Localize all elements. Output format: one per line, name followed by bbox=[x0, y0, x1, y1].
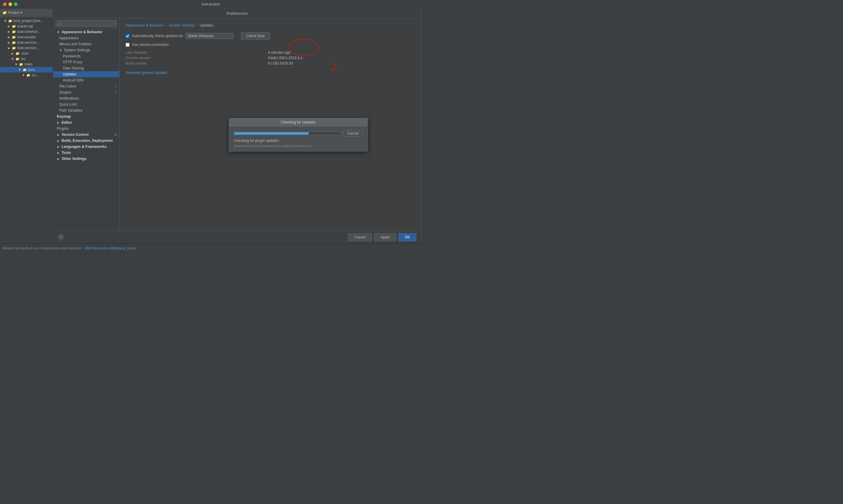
nav-item-passwords[interactable]: Passwords bbox=[53, 53, 119, 59]
close-button[interactable] bbox=[3, 2, 7, 6]
nav-label: Appearance & Behavior bbox=[62, 30, 102, 34]
tree-item-tcwl-service2[interactable]: ► 📁 tcwl-service-... bbox=[0, 45, 53, 51]
nav-item-plugins[interactable]: Plugins bbox=[53, 126, 119, 131]
build-number-value: IU-183.5429.30 bbox=[268, 61, 415, 66]
nav-label: Path Variables bbox=[59, 108, 83, 112]
breadcrumb-sep1: › bbox=[166, 23, 167, 28]
maximize-button[interactable] bbox=[14, 2, 18, 6]
nav-label: Quick Lists bbox=[59, 102, 77, 107]
nav-item-notifications[interactable]: Notifications bbox=[53, 95, 119, 102]
nav-item-scopes[interactable]: Scopes ⚙ bbox=[53, 89, 119, 95]
project-label: Project ▾ bbox=[8, 11, 22, 15]
nav-item-version-control[interactable]: ► Version Control ⚙ bbox=[53, 131, 119, 138]
nav-label: Other Settings bbox=[62, 157, 87, 161]
nav-label: Build, Execution, Deployment bbox=[62, 139, 112, 143]
progress-cancel-button[interactable]: Cancel bbox=[343, 130, 362, 137]
secure-connection-checkbox[interactable] bbox=[126, 43, 129, 47]
nav-item-editor[interactable]: ► Editor bbox=[53, 120, 119, 126]
apply-button[interactable]: Apply bbox=[374, 233, 396, 241]
nav-item-path-variables[interactable]: Path Variables bbox=[53, 107, 119, 113]
nav-label: Editor bbox=[62, 121, 72, 125]
nav-item-system-settings[interactable]: ▼ System Settings bbox=[53, 47, 119, 53]
current-version-label: Current version bbox=[126, 56, 263, 60]
nav-item-android-sdk[interactable]: Android SDK bbox=[53, 77, 119, 83]
tree-item-tcwl-eureka[interactable]: ► 📁 tcwl-eureka bbox=[0, 34, 53, 40]
expand-arrow: ► bbox=[57, 133, 60, 137]
breadcrumb-part1[interactable]: Appearance & Behavior bbox=[126, 23, 164, 28]
window-title: tcwl-project bbox=[202, 2, 220, 6]
progress-dialog-body: Cancel Checking for plugin updates Downl… bbox=[229, 126, 367, 151]
nav-item-build[interactable]: ► Build, Execution, Deployment bbox=[53, 138, 119, 144]
tree-item-java[interactable]: ▼ 📁 java bbox=[0, 67, 53, 72]
nav-label: Data Sharing bbox=[63, 66, 84, 70]
minimize-button[interactable] bbox=[8, 2, 12, 6]
nav-item-updates[interactable]: Updates bbox=[53, 71, 119, 77]
progress-status-label: Checking for plugin updates bbox=[234, 139, 363, 143]
preferences-dialog: Preferences ▼ Appearance & Behavior Appe… bbox=[53, 8, 421, 244]
search-box bbox=[53, 18, 119, 29]
nav-item-languages[interactable]: ► Languages & Frameworks bbox=[53, 144, 119, 150]
nav-item-http-proxy[interactable]: HTTP Proxy bbox=[53, 59, 119, 65]
tree-item-mvn[interactable]: ► 📁 .mvn bbox=[0, 51, 53, 56]
expand-arrow: ► bbox=[57, 121, 60, 124]
nav-item-file-colors[interactable]: File Colors ⚙ bbox=[53, 83, 119, 89]
secure-connection-label: Use secure connection bbox=[132, 42, 169, 47]
update-channel-dropdown[interactable]: Stable Releases Early Access Program Bet… bbox=[186, 33, 234, 39]
nav-label: HTTP Proxy bbox=[63, 60, 83, 64]
tree-item-tcwl-service1[interactable]: ► 📁 tcwl-service-... bbox=[0, 40, 53, 45]
dialog-content: Appearance & Behavior › System Settings … bbox=[120, 18, 421, 231]
nav-label: Updates bbox=[63, 72, 76, 76]
tree-item-tcwl-project[interactable]: ▼ 📁 tcwl_project [tcw... bbox=[0, 18, 53, 23]
nav-label: Version Control bbox=[62, 132, 88, 137]
tree-item-src[interactable]: ▼ 📁 src bbox=[0, 56, 53, 61]
nav-label: Appearance bbox=[59, 36, 79, 40]
nav-item-keymap[interactable]: Keymap bbox=[53, 113, 119, 120]
breadcrumb-current: Updates bbox=[199, 23, 213, 28]
title-bar: tcwl-project bbox=[0, 0, 421, 8]
nav-item-data-sharing[interactable]: Data Sharing bbox=[53, 65, 119, 71]
gear-icon: ⚙ bbox=[114, 85, 117, 88]
auto-check-label: Automatically check updates for bbox=[132, 34, 183, 38]
project-tree: ▼ 📁 tcwl_project [tcw... ► 📁 oracle-sql … bbox=[0, 17, 53, 244]
auto-check-checkbox[interactable] bbox=[126, 34, 129, 38]
gear-icon: ⚙ bbox=[114, 133, 117, 137]
nav-label: Menus and Toolbars bbox=[59, 42, 92, 46]
dialog-footer: ? Cancel Apply OK bbox=[53, 231, 421, 244]
status-link[interactable]: http://blog.csdn.net/lijinping_zhang bbox=[85, 246, 136, 250]
tree-item-co[interactable]: ▼ 📁 co... bbox=[0, 72, 53, 78]
tree-item-oracle-sql[interactable]: ► 📁 oracle-sql bbox=[0, 23, 53, 29]
breadcrumb: Appearance & Behavior › System Settings … bbox=[126, 23, 415, 28]
nav-label: Scopes bbox=[59, 90, 71, 94]
search-input[interactable] bbox=[56, 20, 117, 27]
nav-item-appearance[interactable]: Appearance bbox=[53, 35, 119, 41]
nav-item-appearance-behavior[interactable]: ▼ Appearance & Behavior bbox=[53, 29, 119, 35]
status-text: Multiple Spring Boot run configurations … bbox=[2, 246, 82, 250]
nav-item-tools[interactable]: ► Tools bbox=[53, 150, 119, 156]
nav-item-quick-lists[interactable]: Quick Lists bbox=[53, 102, 119, 107]
expand-arrow: ▼ bbox=[57, 31, 60, 34]
help-button[interactable]: ? bbox=[58, 234, 64, 240]
nav-item-menus-toolbars[interactable]: Menus and Toolbars bbox=[53, 41, 119, 47]
last-checked-value: 4 minutes ago bbox=[268, 50, 415, 55]
breadcrumb-sep2: › bbox=[196, 23, 198, 28]
tree-item-tcwl-common[interactable]: ► 📁 tcwl-commor... bbox=[0, 29, 53, 34]
expand-arrow: ▼ bbox=[59, 49, 62, 52]
last-checked-label: Last checked bbox=[126, 50, 263, 55]
tree-item-main[interactable]: ▼ 📁 main bbox=[0, 61, 53, 67]
project-header: 📁 Project ▾ bbox=[0, 8, 53, 17]
progress-detail-text: Downloading list of plugins from plugins… bbox=[234, 144, 363, 148]
secure-connection-row: Use secure connection bbox=[126, 42, 415, 47]
checking-updates-dialog: Checking for Updates Cancel Checking for… bbox=[229, 118, 368, 151]
cancel-button[interactable]: Cancel bbox=[348, 233, 372, 241]
dialog-header: Preferences bbox=[53, 9, 421, 18]
nav-label: Keymap bbox=[57, 114, 71, 119]
expand-arrow: ► bbox=[57, 157, 60, 161]
check-now-button[interactable]: Check Now bbox=[241, 32, 270, 39]
breadcrumb-part2[interactable]: System Settings bbox=[169, 23, 195, 28]
ok-button[interactable]: OK bbox=[399, 233, 416, 241]
nav-label: File Colors bbox=[59, 84, 76, 88]
nav-item-other-settings[interactable]: ► Other Settings bbox=[53, 156, 119, 162]
progress-dialog-title: Checking for Updates bbox=[229, 118, 367, 126]
view-ignored-updates-link[interactable]: View/edit ignored updates bbox=[126, 71, 167, 75]
dialog-title: Preferences bbox=[226, 11, 248, 16]
